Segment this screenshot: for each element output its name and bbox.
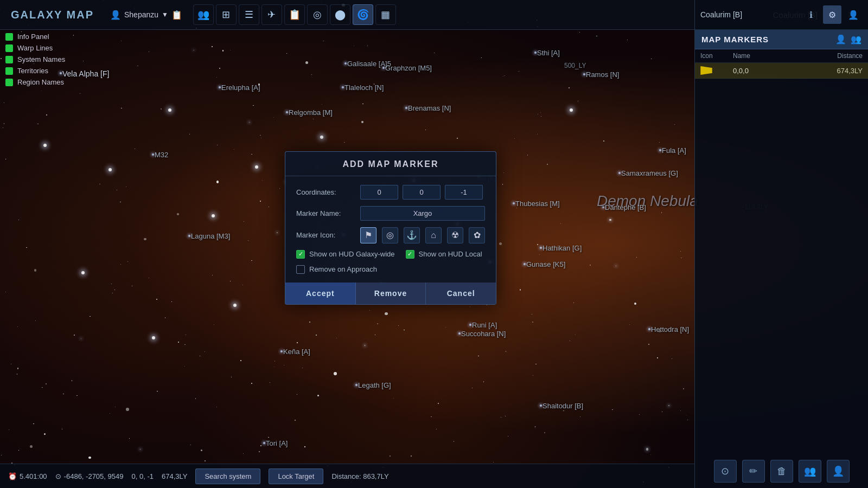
- cancel-button[interactable]: Cancel: [426, 282, 496, 304]
- coord-y-input[interactable]: [403, 185, 441, 200]
- dialog-body: Coordinates: Marker Name: Marker Icon: ⚑…: [285, 176, 496, 282]
- marker-icon-label: Marker Icon:: [296, 231, 356, 239]
- remove-approach-label: Remove on Approach: [309, 265, 377, 273]
- icon-home-btn[interactable]: ⌂: [425, 227, 442, 243]
- icon-circle-btn[interactable]: ◎: [382, 227, 398, 243]
- icon-anchor-btn[interactable]: ⚓: [404, 227, 420, 243]
- marker-name-label: Marker Name:: [296, 209, 356, 217]
- marker-name-row: Marker Name:: [296, 206, 485, 221]
- dialog-buttons: Accept Remove Cancel: [285, 282, 496, 304]
- icon-select-row: ⚑ ◎ ⚓ ⌂ ☢ ✿: [360, 227, 485, 243]
- hud-local-label: Show on HUD Local: [419, 250, 482, 258]
- remove-approach-row: Remove on Approach: [296, 265, 485, 274]
- icon-hazard-btn[interactable]: ☢: [447, 227, 463, 243]
- remove-approach-checkbox[interactable]: [296, 265, 305, 274]
- icon-flower-btn[interactable]: ✿: [469, 227, 485, 243]
- hud-local-row: ✓ Show on HUD Local: [406, 250, 482, 259]
- hud-galaxy-label: Show on HUD Galaxy-wide: [309, 250, 395, 258]
- hud-galaxy-row: ✓ Show on HUD Galaxy-wide: [296, 250, 395, 259]
- add-marker-dialog: ADD MAP MARKER Coordinates: Marker Name:…: [285, 151, 496, 305]
- icon-flag-btn[interactable]: ⚑: [360, 227, 376, 243]
- checkboxes-area: ✓ Show on HUD Galaxy-wide ✓ Show on HUD …: [296, 250, 485, 259]
- dialog-title: ADD MAP MARKER: [285, 152, 496, 176]
- marker-icon-row: Marker Icon: ⚑ ◎ ⚓ ⌂ ☢ ✿: [296, 227, 485, 243]
- accept-button[interactable]: Accept: [285, 282, 356, 304]
- coord-x-input[interactable]: [360, 185, 398, 200]
- dialog-overlay: ADD MAP MARKER Coordinates: Marker Name:…: [0, 0, 868, 488]
- coordinates-label: Coordinates:: [296, 188, 356, 196]
- coord-z-input[interactable]: [445, 185, 483, 200]
- hud-galaxy-checkbox[interactable]: ✓: [296, 250, 305, 259]
- remove-button[interactable]: Remove: [356, 282, 426, 304]
- marker-name-input[interactable]: [360, 206, 485, 221]
- hud-local-checkbox[interactable]: ✓: [406, 250, 414, 259]
- coordinates-row: Coordinates:: [296, 185, 485, 200]
